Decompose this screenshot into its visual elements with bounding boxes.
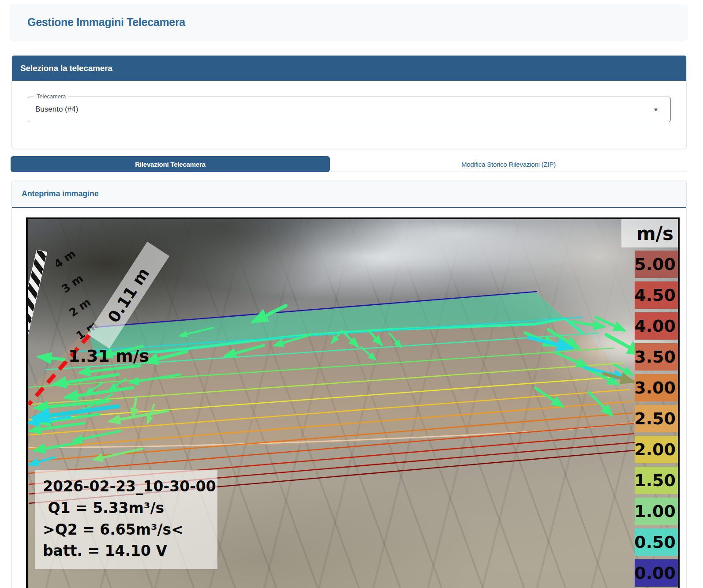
legend-item: 3.50 xyxy=(635,343,678,371)
legend-item: 5.00 xyxy=(635,251,678,278)
legend-item: 1.50 xyxy=(635,467,678,494)
page-title: Gestione Immagini Telecamera xyxy=(27,16,185,29)
page-header: Gestione Immagini Telecamera xyxy=(11,4,687,40)
legend-item: 1.00 xyxy=(635,498,678,525)
camera-select[interactable]: Telecamera Busento (#4) ▼ xyxy=(28,97,671,122)
legend-item: 3.00 xyxy=(635,374,678,401)
legend-item: 4.00 xyxy=(635,312,678,340)
camera-select-label: Telecamera xyxy=(34,93,68,100)
discharge-q1-text: Q1 = 5.33m³/s xyxy=(43,498,209,519)
velocity-legend: 5.00 4.50 4.00 3.50 3.00 2.50 2.00 1.50 … xyxy=(635,251,678,588)
measurement-info-box: 2026-02-23_10-30-00 Q1 = 5.33m³/s >Q2 = … xyxy=(35,470,217,569)
image-preview-panel: Anteprima immagine xyxy=(11,180,687,588)
legend-item: 0.50 xyxy=(635,528,678,556)
legend-item: 2.00 xyxy=(635,436,678,463)
tab-modifica-storico-zip[interactable]: Modifica Storico Rilevazioni (ZIP) xyxy=(330,156,687,172)
camera-select-value: Busento (#4) xyxy=(35,105,78,114)
legend-item: 0.00 xyxy=(635,559,678,587)
timestamp-text: 2026-02-23_10-30-00 xyxy=(43,476,209,498)
tab-rilevazioni-telecamera[interactable]: Rilevazioni Telecamera xyxy=(11,156,330,172)
legend-item: 4.50 xyxy=(635,281,678,309)
camera-select-panel: Seleziona la telecamera Telecamera Busen… xyxy=(11,55,687,149)
discharge-q2-text: >Q2 = 6.65m³/s< xyxy=(43,519,209,541)
camera-select-panel-title: Seleziona la telecamera xyxy=(12,56,686,81)
legend-item: 2.50 xyxy=(635,405,678,432)
battery-text: batt. = 14.10 V xyxy=(43,540,209,562)
chevron-down-icon[interactable]: ▼ xyxy=(653,107,659,112)
surface-velocity-label: 1.31 m/s xyxy=(68,346,149,366)
image-preview-title: Anteprima immagine xyxy=(12,180,686,208)
camera-image: 4 m 3 m 2 m 1 m 0.11 m 1.31 m/s 2026-02-… xyxy=(26,217,680,588)
legend-unit-label: m/s xyxy=(621,219,678,247)
staff-gauge xyxy=(28,250,47,381)
